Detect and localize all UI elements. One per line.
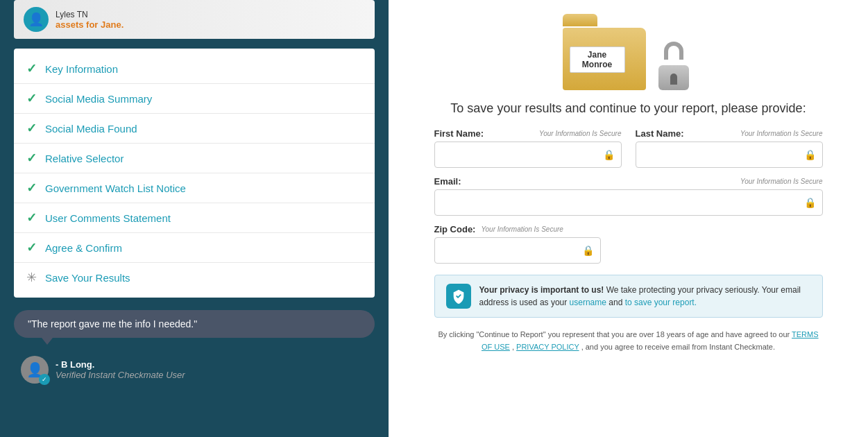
check-icon: ✓ — [26, 210, 37, 225]
main-heading: To save your results and continue to you… — [450, 101, 806, 116]
checklist-item-government-watch: ✓ Government Watch List Notice — [14, 173, 375, 203]
zip-secure: Your Information Is Secure — [481, 225, 563, 233]
first-name-group: First Name: Your Information Is Secure 🔒 — [434, 128, 622, 168]
username-link[interactable]: username — [570, 298, 606, 307]
testimonial-author: 👤 ✓ - B Long. Verified Instant Checkmate… — [14, 356, 375, 384]
first-name-header: First Name: Your Information Is Secure — [434, 128, 622, 139]
testimonial-quote: "The report gave me the info I needed." — [28, 318, 197, 329]
zip-lock-icon: 🔒 — [582, 245, 594, 256]
check-icon: ✓ — [26, 240, 37, 255]
lock-body — [658, 65, 689, 90]
testimonial-bubble: "The report gave me the info I needed." — [14, 310, 375, 338]
checklist: ✓ Key Information ✓ Social Media Summary… — [14, 49, 375, 298]
checklist-item-agree-confirm: ✓ Agree & Confirm — [14, 233, 375, 263]
author-info: - B Long. Verified Instant Checkmate Use… — [56, 359, 185, 380]
privacy-text: Your privacy is important to us! We take… — [479, 284, 811, 309]
legal-text-1: By clicking "Continue to Report" you rep… — [438, 330, 792, 339]
privacy-notice: Your privacy is important to us! We take… — [434, 275, 823, 318]
last-name-group: Last Name: Your Information Is Secure 🔒 — [636, 128, 823, 168]
legal-text: By clicking "Continue to Report" you rep… — [434, 329, 823, 353]
lock-shackle — [664, 42, 683, 60]
checklist-label: Social Media Found — [45, 123, 137, 135]
banner-icon: 👤 — [24, 7, 49, 32]
check-icon: ✓ — [26, 91, 37, 106]
author-name: - B Long. — [56, 359, 185, 370]
first-name-secure: Your Information Is Secure — [539, 130, 621, 137]
last-name-lock-icon: 🔒 — [804, 149, 816, 160]
email-label: Email: — [434, 176, 461, 187]
folder-image: JaneMonroe — [563, 14, 653, 90]
left-panel: 👤 Lyles TN assets for Jane. ✓ Key Inform… — [0, 0, 389, 437]
check-icon: ✓ — [26, 121, 37, 136]
email-header: Email: Your Information Is Secure — [434, 176, 823, 187]
checklist-item-relative-selector: ✓ Relative Selector — [14, 144, 375, 173]
check-icon: ✓ — [26, 180, 37, 196]
checklist-label: Social Media Summary — [45, 93, 152, 105]
last-name-input[interactable] — [636, 142, 823, 168]
save-report-link[interactable]: to save your report. — [625, 298, 697, 307]
first-name-lock-icon: 🔒 — [603, 149, 615, 160]
email-lock-icon: 🔒 — [804, 197, 816, 208]
legal-text-2: , and you agree to receive email from In… — [581, 343, 775, 351]
right-panel: JaneMonroe To save your results and cont… — [389, 0, 868, 437]
email-input[interactable] — [434, 189, 823, 216]
checklist-label: Save Your Results — [45, 272, 130, 284]
check-icon: ✓ — [26, 151, 37, 166]
checklist-label: Government Watch List Notice — [45, 182, 186, 194]
last-name-label: Last Name: — [636, 128, 684, 139]
zip-header: Zip Code: Your Information Is Secure — [434, 224, 823, 234]
folder-tab — [563, 14, 597, 26]
folder-body: JaneMonroe — [563, 28, 646, 90]
checklist-label: User Comments Statement — [45, 212, 171, 224]
shield-icon — [446, 284, 471, 309]
checklist-item-save-results: ✳ Save Your Results — [14, 263, 375, 292]
checklist-item-social-media-found: ✓ Social Media Found — [14, 114, 375, 144]
email-secure: Your Information Is Secure — [740, 178, 822, 185]
lock-keyhole — [670, 74, 677, 85]
name-row: First Name: Your Information Is Secure 🔒… — [434, 128, 823, 168]
top-banner: 👤 Lyles TN assets for Jane. — [14, 0, 375, 39]
checklist-item-key-information: ✓ Key Information — [14, 54, 375, 84]
folder-label: JaneMonroe — [570, 46, 625, 73]
check-icon: ✓ — [26, 61, 37, 76]
email-input-wrapper: 🔒 — [434, 189, 823, 216]
zip-row: Zip Code: Your Information Is Secure 🔒 — [434, 224, 823, 264]
banner-location: Lyles TN — [56, 10, 124, 19]
last-name-input-wrapper: 🔒 — [636, 142, 823, 168]
zip-input[interactable] — [434, 237, 601, 264]
checklist-item-social-media-summary: ✓ Social Media Summary — [14, 84, 375, 114]
zip-label: Zip Code: — [434, 224, 476, 234]
checklist-item-user-comments: ✓ User Comments Statement — [14, 203, 375, 233]
folder-illustration: JaneMonroe — [563, 14, 695, 90]
author-avatar: 👤 ✓ — [21, 356, 49, 384]
zip-input-wrapper: 🔒 — [434, 237, 601, 264]
lock-image — [653, 42, 695, 90]
last-name-secure: Your Information Is Secure — [740, 130, 822, 137]
privacy-policy-link[interactable]: PRIVACY POLICY — [516, 343, 579, 351]
checklist-label: Agree & Confirm — [45, 242, 122, 254]
zip-inner-wrapper: 🔒 — [434, 237, 601, 264]
checklist-label: Key Information — [45, 63, 118, 75]
first-name-input[interactable] — [434, 142, 622, 168]
banner-text: assets for Jane. — [56, 19, 124, 30]
first-name-input-wrapper: 🔒 — [434, 142, 622, 168]
checklist-label: Relative Selector — [45, 153, 124, 164]
last-name-header: Last Name: Your Information Is Secure — [636, 128, 823, 139]
loading-icon: ✳ — [26, 270, 37, 285]
email-row: Email: Your Information Is Secure 🔒 — [434, 176, 823, 216]
first-name-label: First Name: — [434, 128, 484, 139]
email-group: Email: Your Information Is Secure 🔒 — [434, 176, 823, 216]
privacy-bold: Your privacy is important to us! — [479, 285, 604, 295]
banner-highlight: assets for Jane. — [56, 19, 124, 30]
author-badge-icon: ✓ — [39, 374, 50, 385]
author-title: Verified Instant Checkmate User — [56, 370, 185, 380]
